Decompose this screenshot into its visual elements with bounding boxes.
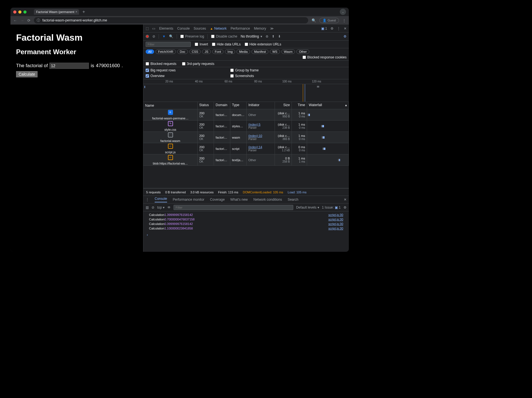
col-time[interactable]: Time: [292, 102, 307, 109]
sidebar-toggle-icon[interactable]: ▥: [146, 205, 149, 209]
col-type[interactable]: Type: [230, 102, 247, 109]
close-tab-icon[interactable]: ×: [75, 10, 77, 14]
profile-button[interactable]: 👤 Guest: [319, 18, 339, 23]
menu-icon[interactable]: ⋮: [342, 18, 346, 23]
tab-elements[interactable]: Elements: [159, 27, 173, 30]
drawer-menu-icon[interactable]: ⋮: [146, 198, 149, 202]
big-rows-checkbox[interactable]: Big request rows: [146, 68, 219, 72]
drawer-tab-search[interactable]: Search: [288, 198, 298, 202]
clear-icon[interactable]: ⊘: [152, 34, 155, 38]
chip-ws[interactable]: WS: [270, 49, 280, 54]
overview-checkbox[interactable]: Overview: [146, 74, 219, 78]
new-tab-button[interactable]: +: [82, 9, 85, 14]
site-info-icon[interactable]: ⓘ: [37, 18, 40, 23]
drawer-tab-netcond[interactable]: Network conditions: [253, 198, 282, 202]
back-icon[interactable]: ←: [13, 18, 17, 23]
group-frame-checkbox[interactable]: Group by frame: [230, 68, 304, 72]
blocked-cookies-checkbox[interactable]: Blocked response cookies: [303, 55, 347, 59]
settings-icon[interactable]: ⚙: [330, 27, 334, 30]
preserve-log-checkbox[interactable]: Preserve log: [180, 34, 204, 38]
close-drawer-icon[interactable]: ✕: [344, 198, 347, 202]
console-filter-input[interactable]: [174, 205, 293, 210]
clear-console-icon[interactable]: ⊘: [152, 205, 154, 209]
chip-media[interactable]: Media: [237, 49, 250, 54]
zoom-icon[interactable]: 🔍: [312, 18, 316, 23]
source-link[interactable]: script.js:30: [328, 222, 343, 226]
chip-fetch[interactable]: Fetch/XHR: [156, 49, 176, 54]
reload-icon[interactable]: ⟳: [27, 18, 30, 23]
omnibox[interactable]: ⓘ factorial-wasm-permanent-worker.glitch…: [34, 17, 308, 23]
hide-extension-urls-checkbox[interactable]: Hide extension URLs: [245, 42, 281, 46]
table-row[interactable]: ✎style.css200OKfactori…styles…(index):5P…: [143, 121, 349, 132]
network-settings-icon[interactable]: ⚙: [343, 34, 347, 38]
browser-tab[interactable]: Factorial Wasm (permanent ×: [34, 9, 79, 15]
minimize-window[interactable]: [18, 10, 21, 14]
log-levels-select[interactable]: Default levels ▾: [296, 205, 319, 209]
upload-har-icon[interactable]: ⬆: [272, 34, 275, 38]
network-filter-input[interactable]: [146, 42, 191, 47]
device-icon[interactable]: ▭: [152, 27, 155, 30]
source-link[interactable]: script.js:30: [328, 218, 343, 221]
context-select[interactable]: top ▾: [157, 205, 165, 209]
col-initiator[interactable]: Initiator: [247, 102, 275, 109]
table-row[interactable]: ⬚factorial.wasm200OKfactori…wasm(index):…: [143, 132, 349, 143]
drawer-tab-perfmon[interactable]: Performance monitor: [173, 198, 204, 202]
console-prompt[interactable]: ›: [143, 232, 349, 238]
chip-font[interactable]: Font: [212, 49, 224, 54]
chip-manifest[interactable]: Manifest: [251, 49, 268, 54]
network-timeline[interactable]: 20 ms 40 ms 60 ms 80 ms 100 ms 120 ms: [143, 79, 349, 102]
invert-checkbox[interactable]: Invert: [195, 42, 208, 46]
forward-icon[interactable]: →: [20, 18, 24, 23]
maximize-window[interactable]: [23, 10, 27, 14]
table-row[interactable]: ‹›script.js200OKfactori…script(index):14…: [143, 143, 349, 154]
blocked-requests-checkbox[interactable]: Blocked requests: [146, 62, 176, 66]
hide-data-urls-checkbox[interactable]: Hide data URLs: [212, 42, 241, 46]
col-name[interactable]: Name: [143, 102, 198, 109]
drawer-tab-console[interactable]: Console: [155, 197, 167, 202]
disable-cache-checkbox[interactable]: Disable cache: [211, 34, 237, 38]
search-icon[interactable]: 🔍: [169, 34, 173, 38]
tabs-overflow-icon[interactable]: ≫: [270, 27, 274, 30]
tab-memory[interactable]: Memory: [254, 27, 266, 30]
table-row[interactable]: ≡factorial-wasm-permane…200OKfactori…doc…: [143, 109, 349, 121]
issues-link[interactable]: 1 Issue: ▣ 1: [322, 205, 341, 209]
col-status[interactable]: Status: [198, 102, 214, 109]
chip-other[interactable]: Other: [296, 49, 309, 54]
number-input[interactable]: [49, 63, 89, 69]
issues-badge[interactable]: ▣1: [321, 27, 327, 30]
chip-wasm[interactable]: Wasm: [281, 49, 295, 54]
console-settings-icon[interactable]: ⚙: [343, 205, 347, 209]
chip-js[interactable]: JS: [202, 49, 211, 54]
col-waterfall[interactable]: Waterfall▴: [307, 102, 349, 109]
tab-console[interactable]: Console: [177, 27, 190, 30]
close-window[interactable]: [13, 10, 16, 14]
drawer-tab-coverage[interactable]: Coverage: [210, 198, 225, 202]
filter-icon[interactable]: ▼: [162, 34, 166, 38]
tab-sources[interactable]: Sources: [194, 27, 206, 30]
chip-css[interactable]: CSS: [189, 49, 201, 54]
tab-performance[interactable]: Performance: [231, 27, 250, 30]
source-link[interactable]: script.js:30: [328, 213, 343, 217]
table-row[interactable]: ‹›blob:https://factorial-wa…200OKfactori…: [143, 154, 349, 166]
more-icon[interactable]: ⋮: [337, 27, 340, 30]
chip-img[interactable]: Img: [225, 49, 235, 54]
page-content: Factorial Wasm Permanent Worker The fact…: [10, 25, 143, 252]
tab-network[interactable]: ▲Network: [210, 27, 227, 30]
drawer-tab-whatsnew[interactable]: What's new: [230, 198, 248, 202]
chip-doc[interactable]: Doc: [177, 49, 188, 54]
record-button[interactable]: [146, 35, 149, 38]
download-har-icon[interactable]: ⬇: [278, 34, 281, 38]
third-party-checkbox[interactable]: 3rd-party requests: [182, 62, 214, 66]
tab-overflow-button[interactable]: ⌄: [340, 9, 346, 15]
source-link[interactable]: script.js:30: [328, 227, 343, 230]
chip-all[interactable]: All: [146, 49, 154, 54]
col-size[interactable]: Size: [275, 102, 292, 109]
inspect-icon[interactable]: ⬚: [146, 27, 149, 30]
screenshots-checkbox[interactable]: Screenshots: [230, 74, 304, 78]
throttle-select[interactable]: No throttling ▾: [241, 34, 262, 38]
live-expression-icon[interactable]: 👁: [167, 205, 171, 209]
network-conditions-icon[interactable]: ⊚: [266, 34, 268, 38]
calculate-button[interactable]: Calculate: [16, 71, 38, 77]
close-devtools-icon[interactable]: ✕: [344, 27, 347, 30]
col-domain[interactable]: Domain: [214, 102, 230, 109]
